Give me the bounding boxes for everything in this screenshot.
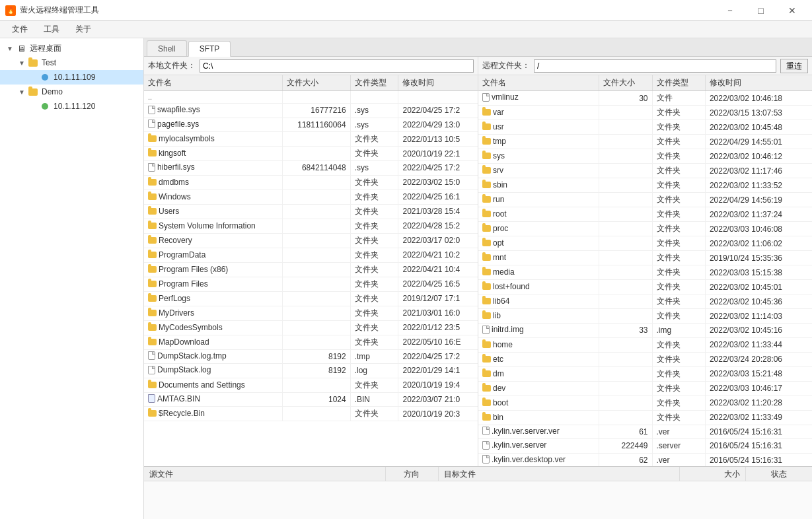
folder-icon [482, 167, 491, 174]
file-time-cell: 2022/04/25 17:2 [398, 161, 478, 176]
file-time-cell: 2022/04/29 14:55:01 [705, 135, 812, 149]
col-filetype-local[interactable]: 文件类型 [350, 75, 398, 91]
table-row[interactable]: MyCodesSymbols文件夹2022/01/12 23:5 [144, 320, 478, 335]
col-filesize-local[interactable]: 文件大小 [282, 75, 350, 91]
expand-icon: ▼ [5, 44, 15, 53]
file-name-cell: var [478, 106, 599, 120]
file-name-cell: root [478, 207, 599, 222]
table-row[interactable]: MyDrivers文件夹2021/03/01 16:0 [144, 306, 478, 320]
table-row[interactable]: vmlinuz30文件2022/03/02 10:46:18 [478, 91, 812, 106]
sidebar-item-demo[interactable]: ▼ Demo [0, 85, 143, 99]
table-row[interactable]: swapfile.sys16777216.sys2022/04/25 17:2 [144, 104, 478, 118]
table-row[interactable]: lib文件夹2022/03/02 11:14:03 [478, 309, 812, 324]
file-name-cell: lib64 [478, 294, 599, 309]
table-row[interactable]: run文件夹2022/04/29 14:56:19 [478, 193, 812, 207]
table-row[interactable]: mnt文件夹2019/10/24 15:35:36 [478, 251, 812, 265]
sidebar-item-test[interactable]: ▼ Test [0, 55, 143, 70]
menu-file[interactable]: 文件 [5, 22, 34, 36]
file-type-cell: .log [350, 364, 398, 378]
table-row[interactable]: $Recycle.Bin文件夹2020/10/19 20:3 [144, 407, 478, 421]
content-area: Shell SFTP 本地文件夹： 文件名 [144, 38, 812, 519]
file-time-cell: 2022/01/29 14:1 [398, 364, 478, 378]
tab-sftp[interactable]: SFTP [188, 41, 231, 57]
file-size-cell [599, 294, 652, 309]
table-row[interactable]: MapDownload文件夹2022/05/10 16:E [144, 335, 478, 349]
table-row[interactable]: Users文件夹2021/03/28 15:4 [144, 204, 478, 219]
table-row[interactable]: dev文件夹2022/03/03 10:46:17 [478, 381, 812, 396]
file-name-cell: usr [478, 120, 599, 135]
table-row[interactable]: boot文件夹2022/03/02 11:20:28 [478, 396, 812, 410]
folder-icon [148, 324, 157, 331]
table-row[interactable]: DumpStack.log.tmp8192.tmp2022/04/25 17:2 [144, 349, 478, 364]
table-row[interactable]: .. [144, 91, 478, 104]
table-row[interactable]: proc文件夹2022/03/03 10:46:08 [478, 222, 812, 236]
remote-file-table-container[interactable]: 文件名 文件大小 文件类型 修改时间 vmlinuz30文件2022/03/02… [478, 75, 812, 466]
file-name-cell: .kylin.ver.server.ver [478, 425, 599, 439]
file-time-cell: 2022/03/02 10:46:18 [705, 91, 812, 106]
table-row[interactable]: srv文件夹2022/03/02 11:17:46 [478, 164, 812, 178]
minimize-button[interactable]: － [715, 1, 745, 20]
sidebar-item-host-109[interactable]: 10.1.11.109 [0, 70, 143, 85]
col-filename-remote[interactable]: 文件名 [478, 75, 599, 91]
file-size-cell [599, 265, 652, 280]
table-row[interactable]: var文件夹2022/03/15 13:07:53 [478, 106, 812, 120]
table-row[interactable]: Program Files (x86)文件夹2022/04/21 10:4 [144, 262, 478, 277]
file-size-cell [282, 277, 350, 291]
table-row[interactable]: lib64文件夹2022/03/02 10:45:36 [478, 294, 812, 309]
close-button[interactable]: ✕ [777, 1, 807, 20]
table-row[interactable]: PerfLogs文件夹2019/12/07 17:1 [144, 291, 478, 306]
col-filetype-remote[interactable]: 文件类型 [652, 75, 705, 91]
table-row[interactable]: etc文件夹2022/03/24 20:28:06 [478, 352, 812, 366]
table-row[interactable]: System Volume Information文件夹2022/04/28 1… [144, 219, 478, 233]
table-row[interactable]: AMTAG.BIN1024.BIN2022/03/07 21:0 [144, 392, 478, 407]
table-row[interactable]: mylocalsymbols文件夹2022/01/13 10:5 [144, 132, 478, 147]
col-modtime-local[interactable]: 修改时间 [398, 75, 478, 91]
table-row[interactable]: dm文件夹2022/03/03 15:21:48 [478, 366, 812, 381]
local-path-input[interactable] [200, 59, 474, 73]
table-row[interactable]: Recovery文件夹2022/03/17 02:0 [144, 233, 478, 248]
file-type-cell: .tmp [350, 349, 398, 364]
col-filesize-remote[interactable]: 文件大小 [599, 75, 652, 91]
table-row[interactable]: .kylin.ver.server.ver61.ver2016/05/24 15… [478, 425, 812, 439]
local-file-table-container[interactable]: 文件名 文件大小 文件类型 修改时间 ..swapfile.sys1677721… [144, 75, 478, 466]
table-row[interactable]: opt文件夹2022/03/02 11:06:02 [478, 236, 812, 251]
menu-about[interactable]: 关于 [69, 22, 98, 36]
transfer-header: 源文件 方向 目标文件 大小 状态 [144, 467, 812, 481]
file-time-cell: 2022/03/15 13:07:53 [705, 106, 812, 120]
refresh-button[interactable]: 重连 [780, 59, 808, 73]
col-modtime-remote[interactable]: 修改时间 [705, 75, 812, 91]
tab-shell[interactable]: Shell [147, 40, 187, 56]
table-row[interactable]: bin文件夹2022/03/02 11:33:49 [478, 410, 812, 425]
table-row[interactable]: media文件夹2022/03/03 15:15:38 [478, 265, 812, 280]
col-filename-local[interactable]: 文件名 [144, 75, 282, 91]
table-row[interactable]: ProgramData文件夹2022/04/21 10:2 [144, 248, 478, 262]
expand-icon [29, 73, 38, 82]
menu-tools[interactable]: 工具 [37, 22, 66, 36]
table-row[interactable]: dmdbms文件夹2022/03/02 15:0 [144, 175, 478, 190]
maximize-button[interactable]: □ [746, 1, 776, 20]
table-row[interactable]: hiberfil.sys6842114048.sys2022/04/25 17:… [144, 161, 478, 176]
table-row[interactable]: home文件夹2022/03/02 11:33:44 [478, 337, 812, 352]
sidebar-item-host-120[interactable]: 10.1.11.120 [0, 99, 143, 114]
table-row[interactable]: pagefile.sys11811160064.sys2022/04/29 13… [144, 118, 478, 132]
sidebar-item-remote-desktop[interactable]: ▼ 🖥 远程桌面 [0, 41, 143, 55]
remote-path-input[interactable] [534, 59, 776, 73]
table-row[interactable]: tmp文件夹2022/04/29 14:55:01 [478, 135, 812, 149]
file-size-cell [282, 291, 350, 306]
table-row[interactable]: kingsoft文件夹2020/10/19 22:1 [144, 147, 478, 161]
file-size-cell: 222449 [599, 439, 652, 454]
table-row[interactable]: sys文件夹2022/03/02 10:46:12 [478, 149, 812, 164]
table-row[interactable]: DumpStack.log8192.log2022/01/29 14:1 [144, 364, 478, 378]
table-row[interactable]: sbin文件夹2022/03/02 11:33:52 [478, 178, 812, 193]
table-row[interactable]: initrd.img33.img2022/03/02 10:45:16 [478, 324, 812, 338]
table-row[interactable]: .kylin.ver.desktop.ver62.ver2016/05/24 1… [478, 453, 812, 466]
table-row[interactable]: Documents and Settings文件夹2020/10/19 19:4 [144, 378, 478, 392]
file-time-cell: 2022/03/03 15:15:38 [705, 265, 812, 280]
tab-bar: Shell SFTP [144, 38, 812, 57]
table-row[interactable]: lost+found文件夹2022/03/02 10:45:01 [478, 280, 812, 294]
table-row[interactable]: .kylin.ver.server222449.server2016/05/24… [478, 439, 812, 454]
table-row[interactable]: usr文件夹2022/03/02 10:45:48 [478, 120, 812, 135]
table-row[interactable]: Program Files文件夹2022/04/25 16:5 [144, 277, 478, 291]
table-row[interactable]: Windows文件夹2022/04/25 16:1 [144, 190, 478, 204]
table-row[interactable]: root文件夹2022/03/02 11:37:24 [478, 207, 812, 222]
